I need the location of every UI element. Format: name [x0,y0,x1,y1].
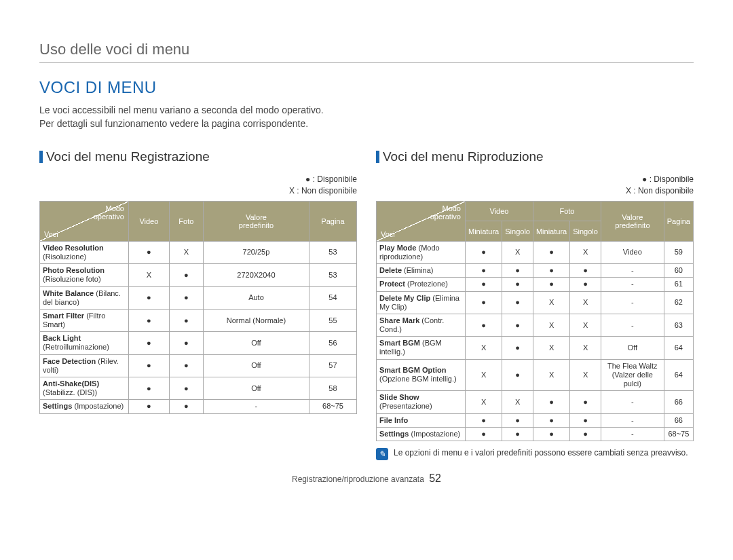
col-default: Valore predefinito [203,201,309,241]
cell: ● [129,332,170,354]
cell: 55 [309,309,356,331]
cell: ● [570,427,601,441]
row-label: Settings (Impostazione) [377,427,466,441]
row-label: Smart BGM (BGM intellig.) [377,337,466,359]
cell: ● [466,413,502,427]
cell: 56 [309,332,356,354]
cell: ● [502,264,533,278]
note-row: ✎ Le opzioni di menu e i valori predefin… [376,448,694,460]
legend-unavailable: X : Non disponibile [289,186,357,195]
cell: Off [203,332,309,354]
cell: ● [129,241,170,263]
cell: ● [502,337,533,359]
playback-menu-title: Voci del menu Riproduzione [376,149,694,164]
cell: X [533,314,569,336]
col-page: Pagina [309,201,356,241]
cell: Normal (Normale) [203,309,309,331]
table-row: Protect (Protezione)●●●●-61 [377,278,694,291]
playback-menu-column: Voci del menu Riproduzione ● : Disponibi… [376,149,694,460]
row-label: Anti-Shake(DIS) (Stabilizz. (DIS)) [40,377,129,400]
cell: ● [129,286,170,309]
cell: ● [129,354,170,377]
cell: X [570,337,601,359]
row-label: Share Mark (Contr. Cond.) [377,314,466,336]
cell: - [601,264,664,278]
legend-available: ● : Disponibile [305,174,357,184]
row-label: Face Detection (Rilev. volti) [40,354,129,377]
cell: ● [502,291,533,314]
cell: ● [570,264,601,278]
row-label: Play Mode (Modo riproduzione) [377,241,466,263]
cell: The Flea Waltz (Valzer delle pulci) [601,359,664,391]
corner-top-label: Modo operativo [430,204,461,221]
legend-left: ● : Disponibile X : Non disponibile [39,174,357,197]
intro-line-1: Le voci accessibili nel menu variano a s… [39,105,324,115]
cell: 63 [664,314,693,336]
cell: ● [502,278,533,291]
cell: ● [502,314,533,336]
cell: X [570,241,601,263]
cell: ● [533,391,569,413]
group-video: Video [466,201,533,221]
cell: 2720X2040 [203,264,309,286]
cell: ● [466,291,502,314]
table-row: Slide Show (Presentazione)XX●●-66 [377,391,694,413]
cell: ● [502,427,533,441]
table-row: Smart BGM Option (Opzione BGM intellig.)… [377,359,694,391]
note-text: Le opzioni di menu e i valori predefinit… [394,448,688,458]
cell: X [570,359,601,391]
cell: - [203,400,309,413]
note-icon: ✎ [376,448,388,460]
cell: 61 [664,278,693,291]
cell: X [502,241,533,263]
cell: ● [169,332,203,354]
cell: 53 [309,264,356,286]
cell: ● [570,278,601,291]
cell: Auto [203,286,309,309]
cell: 64 [664,337,693,359]
footer-text: Registrazione/riproduzione avanzata [292,474,424,484]
cell: X [466,359,502,391]
cell: X [129,264,170,286]
cell: 62 [664,291,693,314]
intro-text: Le voci accessibili nel menu variano a s… [39,104,694,130]
sub-singolo-foto: Singolo [570,221,601,242]
cell: ● [169,354,203,377]
cell: ● [169,400,203,413]
row-label: White Balance (Bilanc. del bianco) [40,286,129,309]
footer-page-number: 52 [429,472,441,484]
table-row: Smart BGM (BGM intellig.)X●XXOff64 [377,337,694,359]
row-label: File Info [377,413,466,427]
cell: ● [466,314,502,336]
cell: 54 [309,286,356,309]
cell: ● [533,264,569,278]
cell: ● [129,309,170,331]
cell: Off [203,377,309,400]
cell: X [169,241,203,263]
cell: 68~75 [309,400,356,413]
corner-bottom-label: Voci [381,230,395,238]
sub-miniatura-video: Miniatura [466,221,502,242]
cell: X [570,291,601,314]
col-video: Video [129,201,170,241]
row-label: Delete My Clip (Elimina My Clip) [377,291,466,314]
table-row: Video Resolution (Risoluzione)●X720/25p5… [40,241,357,263]
cell: 53 [309,241,356,263]
recording-menu-column: Voci del menu Registrazione ● : Disponib… [39,149,357,460]
table-row: File Info●●●●-66 [377,413,694,427]
cell: ● [129,377,170,400]
sub-singolo-video: Singolo [502,221,533,242]
corner-bottom-label: Voci [44,230,58,238]
table-row: Settings (Impostazione)●●●●-68~75 [377,427,694,441]
row-label: Smart BGM Option (Opzione BGM intellig.) [377,359,466,391]
cell: ● [502,359,533,391]
cell: ● [502,413,533,427]
cell: ● [466,427,502,441]
cell: Off [601,337,664,359]
cell: X [533,337,569,359]
legend-unavailable: X : Non disponibile [626,186,694,195]
row-label: Video Resolution (Risoluzione) [40,241,129,263]
cell: ● [533,427,569,441]
table-row: Anti-Shake(DIS) (Stabilizz. (DIS))●●Off5… [40,377,357,400]
cell: X [466,391,502,413]
